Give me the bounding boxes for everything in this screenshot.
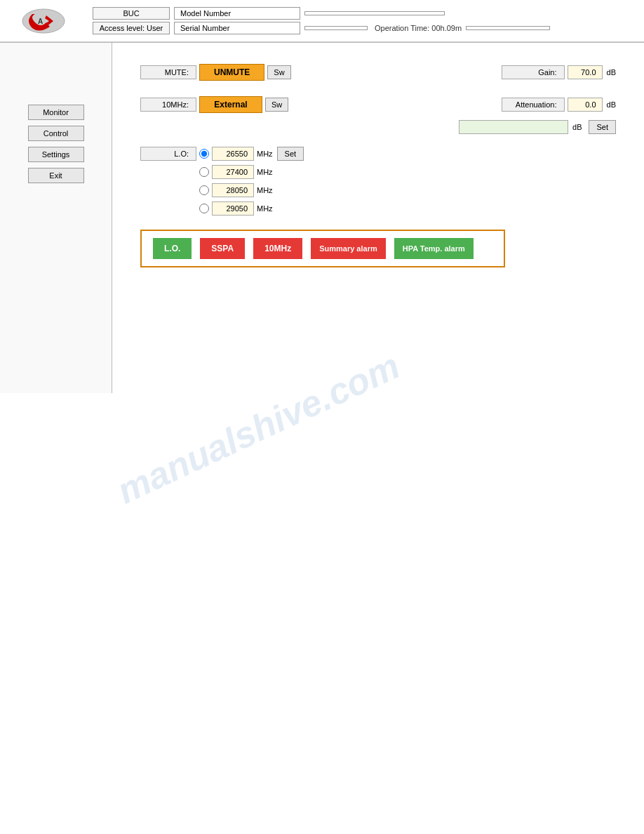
lo-radio-2[interactable] xyxy=(199,167,209,177)
serial-number-label: Serial Number xyxy=(174,22,300,34)
10mhz-status-button[interactable]: 10MHz xyxy=(253,238,302,259)
hpa-temp-alarm-button[interactable]: HPA Temp. alarm xyxy=(394,238,474,259)
buc-label: BUC xyxy=(93,7,170,20)
buc-row: BUC Model Number xyxy=(93,7,550,20)
main-layout: Monitor Control Settings Exit MUTE: UNMU… xyxy=(0,42,644,393)
mute-sw-button[interactable]: Sw xyxy=(267,65,290,79)
atten-set-unit: dB xyxy=(572,123,582,131)
svg-text:A: A xyxy=(38,18,43,25)
lo-mhz-3: MHz xyxy=(257,186,273,194)
atten-set-row: dB Set xyxy=(140,120,616,134)
lo-freq-1: 26550 xyxy=(212,147,254,161)
lo-radio-3[interactable] xyxy=(199,185,209,195)
atten-set-button[interactable]: Set xyxy=(589,120,616,134)
status-bar: L.O. SSPA 10MHz Summary alarm HPA Temp. … xyxy=(140,230,505,267)
content-area: MUTE: UNMUTE Sw Gain: 70.0 dB 10MHz: Ext… xyxy=(112,43,644,393)
mhz-sw-button[interactable]: Sw xyxy=(265,98,288,112)
lo-radio-1[interactable] xyxy=(199,149,209,159)
logo-area: A xyxy=(8,7,79,35)
operation-time-value xyxy=(466,26,550,30)
lo-freq-4: 29050 xyxy=(212,201,254,216)
operation-time-label: Operation Time: 00h.09m xyxy=(375,24,462,32)
mute-button[interactable]: UNMUTE xyxy=(199,64,264,81)
lo-row-3: 28050 MHz xyxy=(199,183,616,197)
gain-controls: Gain: 70.0 dB xyxy=(502,65,616,79)
mhz-button[interactable]: External xyxy=(199,96,262,113)
header: A BUC Model Number Access level: User Se… xyxy=(0,0,644,42)
mhz-row: 10MHz: External Sw Attenuation: 0.0 dB xyxy=(140,96,616,113)
lo-label: L.O: xyxy=(140,147,196,161)
lo-freq-3: 28050 xyxy=(212,183,254,197)
gain-value: 70.0 xyxy=(568,65,603,79)
gain-unit: dB xyxy=(607,68,616,77)
mute-label: MUTE: xyxy=(140,65,196,79)
attenuation-label: Attenuation: xyxy=(502,98,565,112)
lo-row-4: 29050 MHz xyxy=(199,201,616,216)
serial-number-value xyxy=(304,26,368,30)
lo-radio-4[interactable] xyxy=(199,204,209,213)
summary-alarm-button[interactable]: Summary alarm xyxy=(311,238,386,259)
lo-mhz-4: MHz xyxy=(257,204,273,213)
attenuation-controls: Attenuation: 0.0 dB xyxy=(502,98,616,112)
model-number-value xyxy=(304,11,445,15)
mute-row: MUTE: UNMUTE Sw Gain: 70.0 dB xyxy=(140,64,616,81)
lo-set-button[interactable]: Set xyxy=(277,147,304,161)
atten-set-input[interactable] xyxy=(459,120,568,134)
sidebar: Monitor Control Settings Exit xyxy=(0,43,112,393)
lo-mhz-1: MHz xyxy=(257,150,273,158)
control-button[interactable]: Control xyxy=(28,126,84,141)
access-label: Access level: User xyxy=(93,22,170,34)
lo-mhz-2: MHz xyxy=(257,168,273,176)
attenuation-value: 0.0 xyxy=(568,98,603,112)
access-row: Access level: User Serial Number Operati… xyxy=(93,22,550,34)
mhz-label: 10MHz: xyxy=(140,98,196,112)
lo-section: L.O: 26550 MHz Set 27400 MHz 28050 MHz xyxy=(140,147,616,216)
lo-row-2: 27400 MHz xyxy=(199,165,616,179)
monitor-button[interactable]: Monitor xyxy=(28,105,84,120)
gain-label: Gain: xyxy=(502,65,565,79)
settings-button[interactable]: Settings xyxy=(28,147,84,162)
lo-row-1: L.O: 26550 MHz Set xyxy=(140,147,616,161)
lo-freq-2: 27400 xyxy=(212,165,254,179)
header-fields: BUC Model Number Access level: User Seri… xyxy=(93,7,550,34)
exit-button[interactable]: Exit xyxy=(28,168,84,183)
model-number-label: Model Number xyxy=(174,7,300,20)
lo-status-button[interactable]: L.O. xyxy=(153,238,192,259)
company-logo: A xyxy=(18,7,69,35)
attenuation-unit: dB xyxy=(607,100,616,109)
sspa-status-button[interactable]: SSPA xyxy=(200,238,245,259)
